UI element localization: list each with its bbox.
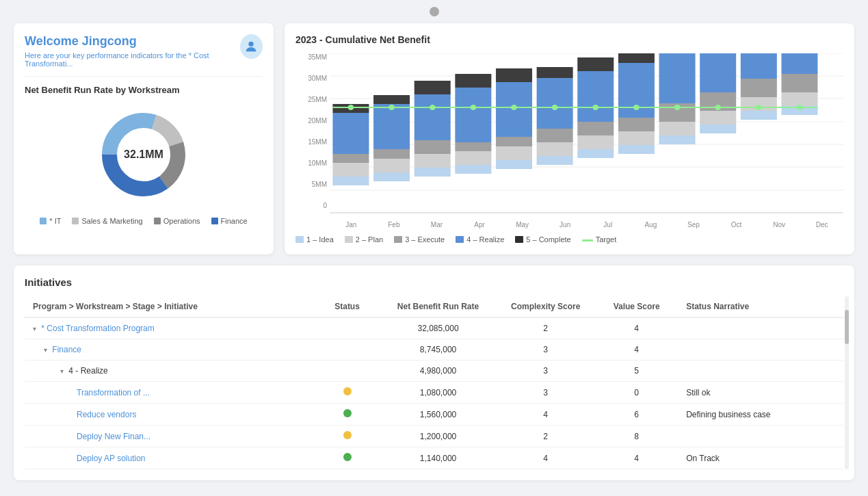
row-complexity: 3 [496,382,595,404]
row-link[interactable]: Deploy AP solution [77,454,146,463]
svg-rect-48 [577,57,614,71]
donut-chart-container: 32.1MM * IT Sales & Marketing Operations [25,103,263,225]
row-status [314,426,380,447]
svg-rect-39 [537,156,573,165]
row-value: 5 [595,361,678,382]
top-indicator [430,7,439,16]
svg-rect-62 [741,111,777,120]
x-aug: Aug [629,221,672,229]
x-jan: Jan [330,221,373,229]
legend-realize-label: 4 – Realize [466,235,504,244]
x-axis-labels: Jan Feb Mar Apr May Jun Jul Aug Sep Oct … [330,221,843,229]
bar-chart-svg [330,53,843,218]
svg-point-79 [715,105,721,110]
chevron-icon: ▾ [33,325,36,332]
y-label-25mm: 25MM [295,96,327,103]
row-label[interactable]: Deploy New Finan... [25,426,314,447]
svg-rect-29 [455,165,491,174]
legend-target-line [582,239,593,242]
scrollbar-thumb[interactable] [845,310,849,344]
svg-rect-64 [741,79,777,97]
initiatives-panel: Initiatives Program > Workstream > Stage… [14,265,854,480]
row-label[interactable]: ▾ Finance [25,339,314,361]
svg-point-0 [249,42,254,47]
svg-rect-69 [781,53,817,74]
legend-sm: Sales & Marketing [72,217,142,225]
row-link[interactable]: * Cost Transformation Program [41,324,154,333]
chevron-icon: ▾ [60,367,64,375]
svg-rect-35 [496,146,532,160]
col-status: Status [314,296,380,317]
svg-rect-57 [659,53,696,103]
svg-rect-61 [700,53,736,92]
legend-idea: 1 – Idea [295,235,334,244]
svg-rect-45 [577,135,614,149]
donut-legend: * IT Sales & Marketing Operations Financ… [40,217,247,225]
legend-execute-label: 3 – Execute [405,235,445,244]
row-benefit: 1,200,000 [380,426,496,447]
welcome-title: Welcome Jingcong [25,34,240,49]
donut-chart-title: Net Benefit Run Rate by Workstream [25,85,263,95]
row-narrative [678,339,843,361]
row-link[interactable]: Finance [52,345,81,354]
svg-rect-36 [496,137,532,146]
svg-rect-32 [455,88,491,142]
y-label-10mm: 10MM [295,159,327,167]
svg-rect-31 [455,142,491,151]
row-link[interactable]: Deploy New Finan... [77,432,150,441]
row-label[interactable]: Transformation of ... [25,382,314,404]
row-status [314,339,380,361]
svg-rect-40 [537,142,573,156]
svg-rect-68 [781,74,817,92]
row-status [314,382,380,404]
svg-rect-30 [455,151,491,165]
svg-point-81 [797,105,803,110]
welcome-subtitle: Here are your key performance indicators… [25,51,240,68]
col-benefit: Net Benefit Run Rate [380,296,496,317]
status-dot-green [343,409,352,417]
initiatives-table: Program > Workstream > Stage > Initiativ… [25,296,843,469]
x-jun: Jun [544,221,587,229]
row-label[interactable]: Deploy AP solution [25,447,314,469]
row-narrative [678,317,843,339]
user-avatar-icon [240,34,263,59]
svg-rect-54 [659,135,696,144]
svg-rect-58 [700,125,736,133]
left-panel: Welcome Jingcong Here are your key perfo… [14,23,274,254]
row-value: 4 [595,339,678,361]
row-status [314,317,380,339]
initiatives-title: Initiatives [25,276,843,288]
row-label[interactable]: ▾ * Cost Transformation Program [25,317,314,339]
row-benefit: 8,745,000 [380,339,496,361]
svg-rect-23 [373,95,410,104]
svg-rect-55 [659,122,696,135]
legend-ops-color [154,218,161,224]
y-label-20mm: 20MM [295,117,327,125]
table-row: ▾ Finance 8,745,000 3 4 [25,339,843,361]
legend-target: Target [582,235,617,244]
row-complexity: 4 [496,404,595,426]
row-label[interactable]: Reduce vendors [25,404,314,426]
svg-rect-38 [496,68,532,82]
svg-rect-34 [496,160,532,169]
y-label-5mm: 5MM [295,181,327,188]
welcome-section: Welcome Jingcong Here are your key perfo… [25,34,263,77]
row-value: 8 [595,426,678,447]
donut-chart: 32.1MM [92,103,195,206]
x-oct: Oct [715,221,758,229]
svg-rect-50 [618,131,655,145]
bar-chart-svg-container: Jan Feb Mar Apr May Jun Jul Aug Sep Oct … [330,53,843,229]
svg-rect-65 [741,53,777,79]
svg-rect-47 [577,71,614,122]
table-row: Deploy New Finan... 1,200,000 2 8 [25,426,843,447]
legend-it-color [40,218,47,224]
svg-point-80 [756,105,762,110]
x-may: May [501,221,544,229]
row-link[interactable]: Transformation of ... [77,388,150,397]
table-row: Transformation of ... 1,080,000 3 0 Stil… [25,382,843,404]
bar-chart-legend: 1 – Idea 2 – Plan 3 – Execute 4 – Realiz… [295,235,843,244]
svg-point-73 [470,105,476,110]
svg-rect-49 [618,145,655,154]
svg-rect-67 [781,92,817,106]
row-link[interactable]: Reduce vendors [77,410,136,419]
